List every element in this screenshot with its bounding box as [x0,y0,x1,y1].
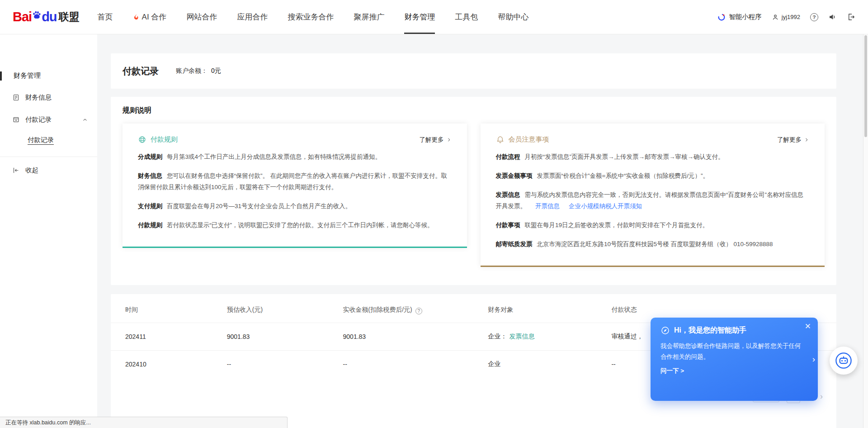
sidebar-section-finance-management[interactable]: 财务管理 [0,65,97,86]
rule-item: 付款规则若付款状态显示“已支付”，说明联盟已安排了您的付款。支付后三个工作日内到… [138,220,452,231]
chevron-right-icon [446,137,452,143]
nav-item-finance-management[interactable]: 财务管理 [404,0,435,34]
nav-item-app-cooperation[interactable]: 应用合作 [237,0,268,34]
rule-item: 付款事项联盟在每月19日之后签收的发票，付款时间安排在下个月首批支付。 [496,220,810,231]
collapse-icon [12,166,20,174]
globe-icon [138,135,146,144]
rule-item: 发票金额事项发票票面“价税合计”金额=系统中“实收金额（扣除税费后/元）”。 [496,171,810,182]
next-page-icon[interactable]: › [819,392,824,400]
nav-item-label: 工具包 [455,12,478,22]
column-header-received: 实收金额(扣除税费后/元)? [336,296,481,323]
compass-icon [660,326,670,335]
nav-item-home[interactable]: 首页 [98,0,113,34]
cell-entity: 企业：发票信息 [481,323,604,350]
baidu-union-logo[interactable]: Bai du 联盟 [13,10,80,24]
rule-item: 分成规则每月第3或4个工作日产出上月分成信息及发票信息，如有特殊情况将提前通知。 [138,152,452,163]
nav-item-label: 财务管理 [404,12,435,22]
navbar-right: 智能小程序 jyj1992 ? [717,13,855,21]
logo-text-du: du [42,10,57,24]
baidu-paw-icon [32,10,41,19]
small-taxpayer-notice-link[interactable]: 企业小规模纳税人开票须知 [569,203,642,209]
invoice-info-table-link[interactable]: 发票信息 [509,333,535,340]
nav-item-website-cooperation[interactable]: 网站合作 [186,0,217,34]
nav-item-label: AI 合作 [142,12,167,22]
balance-value: 0元 [211,67,221,74]
rule-item: 邮寄纸质发票北京市海淀区西北旺东路10号院百度科技园5号楼 百度联盟财务组（收）… [496,239,810,250]
logout-icon[interactable] [847,13,855,21]
help-icon[interactable]: ? [810,13,818,21]
scrollbar-track[interactable] [863,34,868,428]
nav-item-search-cooperation[interactable]: 搜索业务合作 [288,0,334,34]
assistant-popup: Hi，我是您的智能助手 ✕ 我会帮助您诊断合作链路问题，以及解答您关于任何合作相… [651,318,818,401]
account-balance: 账户余额：0元 [176,67,221,75]
nav-item-label: 帮助中心 [498,12,528,22]
nav-item-label: 应用合作 [237,12,268,22]
sidebar-subitem-label: 付款记录 [28,136,54,143]
browser-status-bar: 正在等待 xlab.baidu.com 的响应... [0,417,288,428]
robot-icon [834,351,853,370]
logo-text-bai: Bai [13,10,32,24]
close-icon[interactable]: ✕ [805,323,811,330]
sound-icon[interactable] [828,13,837,21]
chevron-up-icon [82,117,88,123]
sidebar-item-finance-info[interactable]: 财务信息 [0,86,97,109]
rule-item: 发票信息需与系统内发票信息内容完全一致，否则无法支付。请根据发票信息页面中“百度… [496,190,810,212]
document-icon [12,94,20,101]
sidebar-item-label: 付款记录 [25,115,52,124]
sidebar-item-payment-records[interactable]: 付款记录 [0,109,97,131]
cell-period: 202411 [111,323,220,350]
bell-icon [496,135,505,144]
invoice-info-link[interactable]: 开票信息 [535,203,560,209]
nav-item-toolkit[interactable]: 工具包 [455,0,478,34]
scrollbar-thumb[interactable] [864,35,867,137]
column-header-estimated: 预估收入(元) [220,296,336,323]
nav-item-screen-promotion[interactable]: 聚屏推广 [354,0,384,34]
cell-entity: 企业 [481,350,604,378]
sidebar-collapse-button[interactable]: 收起 [0,157,97,184]
column-header-period: 时间 [111,296,220,323]
member-notes-panel: 会员注意事项 了解更多 付款流程月初按“发票信息”页面开具发票→上传发票→邮寄发… [481,124,825,267]
user-icon [772,14,779,21]
assistant-header: Hi，我是您的智能助手 [660,326,808,335]
cell-period: 202410 [111,350,220,378]
nav-item-label: 搜索业务合作 [288,12,334,22]
ask-now-link[interactable]: 问一下 > [660,367,684,375]
assistant-robot-button[interactable] [830,347,858,375]
cell-received: -- [336,350,481,378]
nav-item-label: 首页 [98,12,113,22]
next-arrow-icon[interactable]: › [812,354,815,364]
sidebar: 财务管理 财务信息 付款记录 付款记录 收起 [0,34,97,428]
flame-icon [133,13,140,21]
payment-rules-title: 付款规则 [138,135,178,144]
rule-item: 财务信息您可以在财务信息中选择“保留付款”。 在此期间您产生的收入将在账户内进行… [138,171,452,193]
cell-received: 9001.83 [336,323,481,350]
sidebar-section-label: 财务管理 [14,71,41,79]
smart-miniprogram-link[interactable]: 智能小程序 [717,13,762,21]
nav-item-label: 网站合作 [186,12,217,22]
sidebar-subitem-payment-records[interactable]: 付款记录 [0,131,97,150]
user-account[interactable]: jyj1992 [772,14,800,21]
rules-section-title: 规则说明 [123,106,825,115]
rules-section: 规则说明 付款规则 了解更多 [111,97,836,285]
chevron-right-icon [804,137,809,143]
cell-estimated: 9001.83 [220,323,336,350]
rules-panels: 付款规则 了解更多 分成规则每月第3或4个工作日产出上月分成信息及发票信息，如有… [123,124,825,267]
member-notes-learn-more-link[interactable]: 了解更多 [777,136,809,144]
status-text: 正在等待 xlab.baidu.com 的响应... [5,419,91,427]
payment-rules-learn-more-link[interactable]: 了解更多 [420,136,452,144]
nav-item-help-center[interactable]: 帮助中心 [498,0,528,34]
rule-item: 付款流程月初按“发票信息”页面开具发票→上传发票→邮寄发票→审核→确认支付。 [496,152,810,163]
page-header-card: 付款记录 账户余额：0元 [111,53,836,89]
miniprogram-icon [717,13,726,21]
assistant-title: Hi，我是您的智能助手 [674,326,746,335]
sidebar-item-label: 财务信息 [25,93,52,102]
question-circle-icon[interactable]: ? [415,308,422,314]
top-navbar: Bai du 联盟 首页 AI 合作 网站合作 应用合作 搜索业务合作 聚屏推广… [0,0,868,34]
main-nav: 首页 AI 合作 网站合作 应用合作 搜索业务合作 聚屏推广 财务管理 工具包 … [98,0,549,34]
nav-item-ai-cooperation[interactable]: AI 合作 [133,0,167,34]
assistant-message: 我会帮助您诊断合作链路问题，以及解答您关于任何合作相关的问题。 [660,341,808,362]
username-label: jyj1992 [782,14,800,20]
nav-item-label: 聚屏推广 [354,12,384,22]
miniprogram-label: 智能小程序 [729,13,762,21]
receipt-icon [12,116,20,124]
